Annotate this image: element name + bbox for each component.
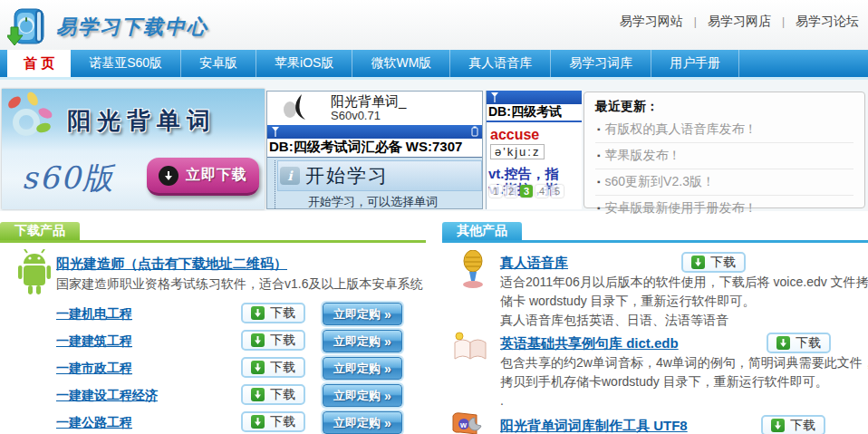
dictionary-word: accuse xyxy=(490,127,582,143)
link-separator: | xyxy=(694,15,697,28)
download-button-shizheng[interactable]: 下载 xyxy=(241,357,305,378)
pager-page-3-active[interactable]: 3 xyxy=(520,185,533,198)
section-divider-green xyxy=(0,240,426,243)
download-button-gonglu[interactable]: 下载 xyxy=(241,411,305,432)
microphone-icon xyxy=(457,250,489,294)
download-link-gonglu[interactable]: 一建公路工程 xyxy=(56,415,132,431)
chevron-right-icon: » xyxy=(384,416,391,430)
nav-tab-ios[interactable]: 苹果iOS版 xyxy=(256,50,352,77)
sentence-library-desc: 拷贝到手机存储卡wordstudy 目录下，重新运行软件即可。 xyxy=(500,374,828,391)
nav-tab-manual[interactable]: 用户手册 xyxy=(651,50,739,77)
download-button-voice-library[interactable]: 下载 xyxy=(681,252,746,273)
dictionary-phonetic: ə'kju:z xyxy=(490,144,545,159)
download-button-jianzhu[interactable]: 下载 xyxy=(241,330,305,351)
nav-tab-nokia-s60[interactable]: 诺基亚S60版 xyxy=(71,50,181,77)
nav-tab-home[interactable]: 首 页 xyxy=(7,50,71,77)
pager-page-4[interactable]: 4 xyxy=(535,185,548,198)
update-item[interactable]: ▪有版权的真人语音库发布！ xyxy=(595,117,854,143)
product-subtitle-builder: 国家建造师职业资格考试练习软件，适合v1.6及以上版本安卓系统 xyxy=(56,276,422,293)
section-tab-downloads: 下载产品 xyxy=(0,222,80,240)
download-arrow-icon xyxy=(159,166,178,186)
download-link-shizheng[interactable]: 一建市政工程 xyxy=(56,361,132,377)
toolkit-book-icon: w xyxy=(449,412,487,434)
download-arrow-icon xyxy=(251,388,265,401)
banner-download-button[interactable]: 立即下载 xyxy=(147,158,259,196)
top-link-forum[interactable]: 易学习论坛 xyxy=(796,14,859,30)
nav-tab-android[interactable]: 安卓版 xyxy=(181,50,256,77)
flower-logo-icon xyxy=(5,96,58,149)
download-link-jianzhu[interactable]: 一建建筑工程 xyxy=(56,333,132,350)
product-title-builder[interactable]: 阳光建造师（点击有下载地址二维码） xyxy=(56,256,287,273)
menu-item-selected: i 开始学习 xyxy=(277,160,482,191)
chevron-right-icon: » xyxy=(384,389,391,403)
pager-page-2[interactable]: 2 xyxy=(505,185,517,198)
bullet-icon: ▪ xyxy=(597,124,601,134)
download-link-jingji[interactable]: 一建建设工程经济 xyxy=(56,388,158,404)
db-status-line: DB:四级考试词汇必备 WS:7307 xyxy=(267,139,482,158)
top-link-website[interactable]: 易学习网站 xyxy=(620,14,683,30)
download-button-jingji[interactable]: 下载 xyxy=(241,384,305,405)
site-logo[interactable]: 易学习下载中心 xyxy=(7,4,208,51)
download-button-sentence-library[interactable]: 下载 xyxy=(767,333,831,353)
chevron-right-icon: » xyxy=(384,334,391,349)
recent-updates-title: 最近更新： xyxy=(595,99,854,115)
download-button-jidian[interactable]: 下载 xyxy=(241,303,305,323)
app-screenshot-main: 阳光背单词_ S60v0.71 DB:四级考试词汇必备 WS:7307 i 开始… xyxy=(266,91,483,209)
bullet-icon: ▪ xyxy=(597,203,601,213)
nav-tab-voice-library[interactable]: 真人语音库 xyxy=(450,50,551,77)
phone-statusbar xyxy=(267,125,482,139)
nav-tab-wm[interactable]: 微软WM版 xyxy=(352,50,450,77)
link-separator: | xyxy=(782,15,785,28)
order-button-shizheng[interactable]: 立即定购» xyxy=(323,357,402,380)
app-logo-icon xyxy=(280,93,316,124)
download-arrow-icon xyxy=(691,256,705,269)
app-name: 阳光背单词_ xyxy=(331,94,406,109)
site-title: 易学习下载中心 xyxy=(56,14,208,41)
top-link-store[interactable]: 易学习网店 xyxy=(708,14,771,30)
order-button-gonglu[interactable]: 立即定购» xyxy=(323,411,402,434)
menu-item-description: 开始学习，可以选择单词 xyxy=(277,191,482,209)
antenna-icon xyxy=(271,124,280,140)
voice-library-desc: 真人语音库包括英语、日语、法语等语音 xyxy=(500,313,728,329)
bullet-icon: ▪ xyxy=(597,177,601,187)
order-button-jingji[interactable]: 立即定购» xyxy=(323,384,402,407)
chevron-right-icon: » xyxy=(384,307,391,322)
nav-tab-dictionary[interactable]: 易学习词库 xyxy=(551,50,651,77)
download-button-dict-tool[interactable]: 下载 xyxy=(761,415,825,434)
app-menu: i 开始学习 开始学习，可以选择单词 xyxy=(267,158,482,209)
sentence-library-desc: . xyxy=(500,393,504,408)
backpack-download-icon xyxy=(7,4,49,51)
update-item[interactable]: ▪s60更新到V2.3版！ xyxy=(595,169,854,196)
phone-statusbar xyxy=(487,91,582,104)
main-nav: 首 页 诺基亚S60版 安卓版 苹果iOS版 微软WM版 真人语音库 易学习词库… xyxy=(0,50,868,77)
app-version: S60v0.71 xyxy=(331,109,406,123)
voice-library-desc: 储卡 wordstudy 目录下，重新运行软件即可。 xyxy=(500,294,756,310)
chevron-right-icon: » xyxy=(384,362,391,376)
android-robot-icon xyxy=(14,249,54,300)
download-link-jidian[interactable]: 一建机电工程 xyxy=(56,306,132,323)
top-links: 易学习网站 | 易学习网店 | 易学习论坛 xyxy=(620,14,859,30)
section-divider-blue xyxy=(442,240,868,243)
order-button-jidian[interactable]: 立即定购» xyxy=(323,303,402,325)
product-title-voice-library[interactable]: 真人语音库 xyxy=(500,255,568,272)
hero-band: 阳光背单词 s60版 立即下载 阳光背单词_ S60v0.71 xyxy=(0,80,868,211)
battery-icon xyxy=(471,124,478,140)
bullet-icon: ▪ xyxy=(597,150,601,160)
product-title-sentence-library[interactable]: 英语基础共享例句库 dict.edb xyxy=(500,335,679,352)
pager-page-1[interactable]: 1 xyxy=(489,185,502,198)
page-header: 易学习下载中心 易学习网站 | 易学习网店 | 易学习论坛 xyxy=(0,0,868,50)
download-arrow-icon xyxy=(771,419,785,432)
info-icon: i xyxy=(280,167,300,185)
recent-updates-box: 最近更新： ▪有版权的真人语音库发布！ ▪苹果版发布！ ▪s60更新到V2.3版… xyxy=(583,92,865,208)
screenshot-titlebar: 阳光背单词_ S60v0.71 xyxy=(267,92,482,125)
product-title-dict-tool[interactable]: 阳光背单词词库制作工具 UTF8 xyxy=(500,418,688,434)
banner-edition: s60版 xyxy=(22,158,115,199)
pager-page-5[interactable]: 5 xyxy=(551,185,564,198)
db-status-line: DB:四级考试 xyxy=(487,104,582,122)
voice-library-desc: 适合2011年06月以后版本的软件使用，下载后将 voice.edv 文件拷 xyxy=(500,275,868,291)
update-item[interactable]: ▪安卓版最新使用手册发布！ xyxy=(595,196,854,221)
section-tab-others: 其他产品 xyxy=(442,222,522,240)
update-item[interactable]: ▪苹果版发布！ xyxy=(595,143,854,169)
order-button-jianzhu[interactable]: 立即定购» xyxy=(323,330,402,352)
download-arrow-icon xyxy=(251,333,265,347)
